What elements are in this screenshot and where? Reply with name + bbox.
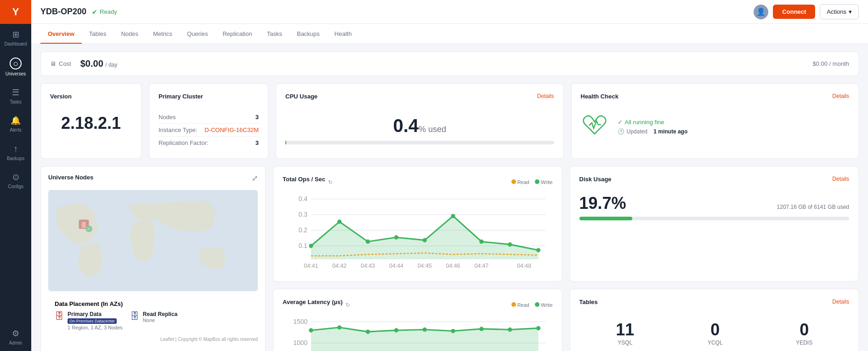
replication-row: Replication Factor: 3 xyxy=(159,137,259,149)
total-ops-title: Total Ops / Sec xyxy=(283,176,325,183)
cpu-usage-card: CPU Usage Details 0.4% used xyxy=(276,83,564,159)
expand-icon[interactable]: ⤢ xyxy=(252,174,258,183)
ycql-label: YCQL xyxy=(708,339,723,346)
cost-month: $0.00 / month xyxy=(813,60,850,67)
data-placement: Data Placement (In AZs) 🗄 Primary Data O… xyxy=(48,296,258,335)
dp-row: 🗄 Primary Data On-Premises Datacenter 1 … xyxy=(55,311,251,330)
health-title: Health Check xyxy=(581,93,618,100)
row-1: Version 2.18.2.1 Primary Cluster Nodes 3… xyxy=(40,83,859,159)
svg-text:04:42: 04:42 xyxy=(332,263,346,269)
svg-point-39 xyxy=(337,325,341,329)
ycql-stat: 0 YCQL xyxy=(708,320,723,346)
svg-point-38 xyxy=(309,328,313,332)
tab-overview[interactable]: Overview xyxy=(40,25,82,44)
dp-replica-sub: None xyxy=(143,317,177,323)
dp-primary-label: Primary Data xyxy=(68,311,123,317)
tab-metrics[interactable]: Metrics xyxy=(146,25,180,44)
configs-icon: ⊙ xyxy=(12,172,19,182)
latency-write-dot xyxy=(535,302,539,307)
instance-value[interactable]: D-CONFIG-16C32M xyxy=(204,127,259,133)
map-credit: Leaflet | Copyright © MapBox all rights … xyxy=(48,337,258,342)
tables-details-link[interactable]: Details xyxy=(832,299,849,305)
topbar-actions: 👤 Connect Actions ▾ xyxy=(754,4,859,19)
disk-value: 19.7% xyxy=(579,194,626,213)
cost-label: 🖥 Cost xyxy=(50,60,71,67)
disk-sub: 1207.16 GB of 6141 GB used xyxy=(777,204,849,210)
main-content: YDB-OP200 ✔ Ready 👤 Connect Actions ▾ Ov… xyxy=(31,0,868,351)
total-ops-header: Total Ops / Sec ↻ Read Write xyxy=(283,176,553,188)
tab-queries[interactable]: Queries xyxy=(180,25,216,44)
sidebar-label-universes: Universes xyxy=(6,71,26,76)
sidebar-item-configs[interactable]: ⊙ Configs xyxy=(0,167,31,195)
universes-icon: ○ xyxy=(10,58,22,69)
sidebar-item-universes[interactable]: ○ Universes xyxy=(0,52,31,82)
topbar: YDB-OP200 ✔ Ready 👤 Connect Actions ▾ xyxy=(31,0,868,24)
refresh-icon[interactable]: ↻ xyxy=(328,179,333,185)
sidebar-item-admin[interactable]: ⚙ Admin xyxy=(0,323,31,351)
health-updated: 🕐 Updated 1 minute ago xyxy=(618,128,688,135)
map-container: 🗄 ✓ xyxy=(48,190,258,291)
svg-point-14 xyxy=(309,244,313,248)
health-status: ✓ All running fine 🕐 Updated 1 minute ag… xyxy=(618,119,688,135)
health-content: ✓ All running fine 🕐 Updated 1 minute ag… xyxy=(581,111,850,142)
version-card: Version 2.18.2.1 xyxy=(40,83,142,159)
nodes-row: Nodes 3 xyxy=(159,111,259,124)
ysql-value: 11 xyxy=(616,320,634,339)
avg-latency-header: Average Latency (µs) ↻ Read Write xyxy=(283,299,553,311)
cpu-details-link[interactable]: Details xyxy=(537,93,554,99)
chevron-down-icon: ▾ xyxy=(849,8,852,15)
svg-point-18 xyxy=(423,238,427,242)
sidebar-label-tasks: Tasks xyxy=(10,99,22,104)
actions-button[interactable]: Actions ▾ xyxy=(820,4,859,19)
tab-tasks[interactable]: Tasks xyxy=(260,25,289,44)
cpu-title: CPU Usage xyxy=(285,93,318,100)
svg-text:0.2: 0.2 xyxy=(299,226,308,234)
cost-day: $0.00 / day xyxy=(80,58,118,69)
yedis-value: 0 xyxy=(796,320,812,339)
cpu-suffix: % used xyxy=(419,125,446,134)
dp-primary-badge: On-Premises Datacenter xyxy=(68,318,117,324)
sidebar-item-backups[interactable]: ↑ Backups xyxy=(0,138,31,167)
tables-numbers: 11 YSQL 0 YCQL 0 YEDIS xyxy=(579,320,850,346)
tab-replication[interactable]: Replication xyxy=(215,25,259,44)
connect-button[interactable]: Connect xyxy=(773,5,815,19)
replication-label: Replication Factor: xyxy=(159,139,208,146)
tab-tables[interactable]: Tables xyxy=(82,25,114,44)
svg-point-42 xyxy=(423,328,427,332)
instance-row: Instance Type: D-CONFIG-16C32M xyxy=(159,124,259,137)
sidebar-item-tasks[interactable]: ☰ Tasks xyxy=(0,82,31,110)
health-ok: ✓ All running fine xyxy=(618,119,688,126)
heart-icon xyxy=(581,111,608,142)
svg-text:0.1: 0.1 xyxy=(299,242,308,249)
dp-replica-label: Read Replica xyxy=(143,311,177,317)
svg-text:04:46: 04:46 xyxy=(446,263,460,269)
disk-title: Disk Usage xyxy=(579,176,612,183)
dp-primary: 🗄 Primary Data On-Premises Datacenter 1 … xyxy=(55,311,123,330)
tab-health[interactable]: Health xyxy=(327,25,359,44)
clock-icon: 🕐 xyxy=(618,128,624,135)
health-details-link[interactable]: Details xyxy=(832,93,849,99)
tab-nodes[interactable]: Nodes xyxy=(113,25,146,44)
sidebar-item-alerts[interactable]: 🔔 Alerts xyxy=(0,110,31,138)
refresh-icon-2[interactable]: ↻ xyxy=(346,302,350,308)
tables-card: Tables Details 11 YSQL 0 YCQL 0 YEDIS xyxy=(570,289,859,351)
avg-latency-legend: Read Write xyxy=(511,302,553,308)
write-dot xyxy=(535,179,539,184)
read-dot xyxy=(511,179,516,184)
latency-read-dot xyxy=(511,302,516,307)
svg-text:0.3: 0.3 xyxy=(299,211,308,218)
nodes-value: 3 xyxy=(255,114,259,121)
sidebar-label-dashboard: Dashboard xyxy=(5,41,27,46)
svg-point-15 xyxy=(337,219,341,224)
cost-icon: 🖥 xyxy=(50,60,56,67)
disk-details-link[interactable]: Details xyxy=(832,176,849,182)
svg-point-20 xyxy=(479,240,483,244)
user-avatar[interactable]: 👤 xyxy=(754,5,768,19)
replication-value: 3 xyxy=(255,139,259,146)
sidebar-item-dashboard[interactable]: ⊞ Dashboard xyxy=(0,24,31,52)
tab-backups[interactable]: Backups xyxy=(289,25,327,44)
primary-cluster-card: Primary Cluster Nodes 3 Instance Type: D… xyxy=(149,83,268,159)
disk-progress-bg xyxy=(579,217,850,220)
universe-nodes-card: Universe Nodes ⤢ xyxy=(40,166,266,351)
sidebar-label-admin: Admin xyxy=(9,340,22,345)
